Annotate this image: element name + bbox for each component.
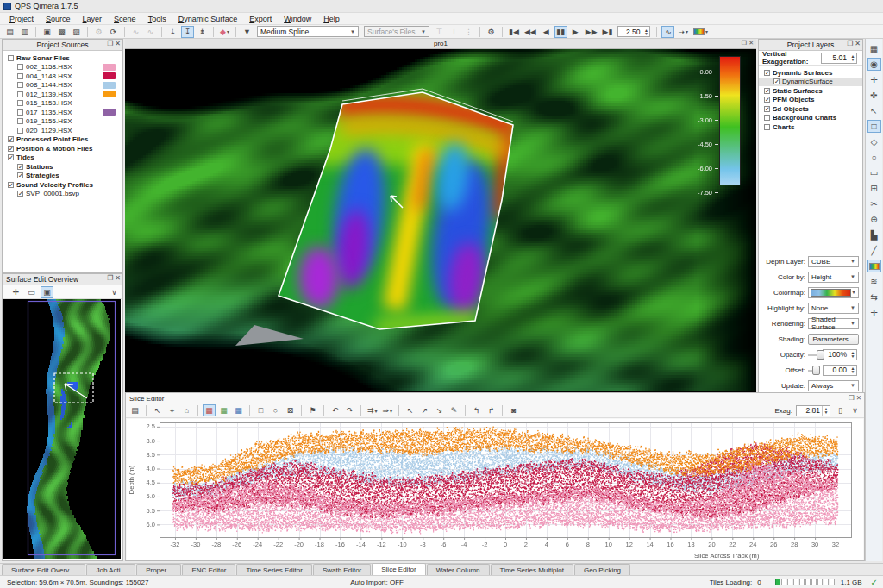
vertical-exaggeration-spinner[interactable]: 5.01 ▲▼ [821, 53, 857, 64]
export-view-icon[interactable]: ⊞ [867, 182, 881, 195]
surface-files-combo[interactable]: Surface's Files▼ [364, 26, 429, 37]
menu-project[interactable]: Project [3, 14, 40, 24]
redo-icon[interactable]: ↷ [343, 404, 356, 416]
swap-view-icon[interactable]: ⇆ [867, 291, 881, 303]
rendering-combo[interactable]: Shaded Surface▼ [808, 318, 859, 329]
checkbox[interactable] [8, 55, 14, 61]
step-back-icon[interactable]: ◀ [540, 26, 553, 38]
layers-stack-icon[interactable]: ≋ [867, 275, 881, 288]
pause-icon[interactable]: ▮▮ [554, 26, 567, 38]
tree-item-pfm-objects[interactable]: ✓PFM Objects [759, 96, 862, 105]
menu-export[interactable]: Export [243, 14, 278, 24]
save-all-icon[interactable]: ▥ [18, 26, 31, 38]
float-panel-icon[interactable]: ❐ [107, 40, 113, 47]
slice-select-lasso-icon[interactable]: ○ [269, 404, 282, 416]
opacity-spinner[interactable]: 100%▲▼ [823, 349, 857, 360]
scene-tab-pro1[interactable]: pro1 [434, 40, 448, 47]
tree-item-position-motion-files[interactable]: ✓Position & Motion Files [3, 144, 122, 153]
annotate-icon[interactable]: ✎ [448, 404, 460, 416]
slice-grid-green-icon[interactable]: ▦ [217, 404, 230, 416]
float-panel-icon[interactable]: ❐ [107, 274, 113, 282]
chevron-down-icon[interactable]: ∨ [849, 404, 861, 416]
tab-time-series-multiplot[interactable]: Time Series Multiplot [491, 564, 573, 575]
checkbox[interactable]: ✓ [764, 97, 770, 103]
colormap-rail-icon[interactable] [867, 260, 881, 272]
rotate-left-icon[interactable]: ↰ [470, 404, 483, 416]
checkbox[interactable]: ✓ [8, 182, 14, 188]
filter-profile-icon[interactable]: ▼ [241, 26, 254, 38]
import-file-icon[interactable]: ▨ [70, 26, 83, 38]
checkbox[interactable]: ✓ [17, 172, 23, 178]
close-panel-icon[interactable]: ✕ [115, 40, 121, 47]
slice-home-icon[interactable]: ⌂ [180, 404, 193, 416]
move-3d-icon[interactable]: ✛ [867, 306, 881, 319]
tree-item-tides[interactable]: ✓Tides [3, 153, 122, 163]
slice-zoom-icon[interactable]: ⌖ [166, 404, 178, 416]
float-panel-icon[interactable]: ❐ [847, 40, 853, 47]
checkbox[interactable] [17, 91, 23, 97]
select-polygon-icon[interactable]: ◇ [867, 135, 881, 148]
layer-up-icon[interactable]: ⊤ [433, 26, 446, 38]
menu-tools[interactable]: Tools [142, 14, 172, 24]
point-pick-icon[interactable]: ⇢▾ [676, 26, 690, 38]
accept-soundings-icon[interactable]: ⇉▾ [366, 404, 379, 416]
tree-item-015-1153-hsx[interactable]: 015_1153.HSX [3, 99, 122, 109]
slice-save-icon[interactable]: ▤ [128, 404, 141, 416]
undo-icon[interactable]: ↶ [329, 404, 341, 416]
zoom-extents-icon[interactable]: ✛ [867, 73, 881, 86]
checkbox[interactable]: ✓ [17, 164, 23, 170]
menu-source[interactable]: Source [40, 14, 77, 24]
close-panel-icon[interactable]: ✕ [748, 40, 754, 47]
add-raw-sonar-files-icon[interactable]: ▣ [41, 26, 53, 38]
tree-item-svp-00001-bsvp[interactable]: ✓SVP_00001.bsvp [3, 190, 122, 199]
filter-points-a-icon[interactable]: ∿ [129, 26, 142, 38]
select-rectangle-icon[interactable]: □ [867, 120, 881, 133]
offset-slider[interactable] [808, 365, 818, 376]
offset-spinner[interactable]: 0.00▲▼ [823, 365, 857, 376]
tree-item-002-1158-hsx[interactable]: 002_1158.HSX [3, 63, 122, 72]
checkbox[interactable] [17, 73, 23, 79]
tree-item-008-1144-hsx[interactable]: 008_1144.HSX [3, 81, 122, 91]
surface-tool-icon[interactable]: ◆▾ [218, 26, 231, 38]
skip-start-icon[interactable]: ▮◀ [507, 26, 521, 38]
opacity-slider[interactable] [808, 349, 818, 360]
tree-item-sd-objects[interactable]: ✓Sd Objects [759, 104, 862, 114]
color-by-combo[interactable]: Height▼ [808, 272, 859, 283]
checkbox[interactable]: ✓ [8, 136, 14, 142]
checkbox[interactable] [17, 109, 23, 116]
menu-window[interactable]: Window [278, 14, 317, 24]
fast-forward-icon[interactable]: ▶▶ [584, 26, 599, 38]
scene-3d-viewport[interactable] [125, 49, 756, 391]
chevron-down-icon[interactable]: ∨ [108, 286, 121, 298]
checkbox[interactable]: ✓ [8, 146, 14, 152]
tab-geo-picking[interactable]: Geo Picking [574, 564, 630, 575]
select-area-overview-icon[interactable]: ▣ [41, 286, 53, 298]
layer-down-icon[interactable]: ⊥ [448, 26, 460, 38]
tree-item-static-surfaces[interactable]: ✓Static Surfaces [759, 86, 862, 96]
slice-page-icon[interactable]: ▯ [834, 404, 847, 416]
spline-combo[interactable]: Medium Spline▼ [257, 26, 359, 37]
highlight-by-combo[interactable]: None▼ [808, 303, 859, 314]
tree-item-012-1139-hsx[interactable]: 012_1139.HSX [3, 90, 122, 99]
tree-item-stations[interactable]: ✓Stations [3, 162, 122, 172]
select-rect-overview-icon[interactable]: ▭ [25, 286, 38, 298]
tab-swath-editor[interactable]: Swath Editor [313, 564, 371, 575]
slice-select-rect-icon[interactable]: □ [254, 404, 267, 416]
slice-grid-blue-icon[interactable]: ▦ [232, 404, 245, 416]
colormap-combo[interactable]: ▼ [808, 287, 859, 298]
pointer-icon[interactable]: ↖ [867, 104, 881, 117]
tree-item-dynamicsurface[interactable]: ✓DynamicSurface [759, 78, 862, 87]
tab-surface-edit-overv-[interactable]: Surface Edit Overv.... [2, 564, 85, 575]
tree-item-strategies[interactable]: ✓Strategies [3, 172, 122, 181]
tree-item-019-1155-hsx[interactable]: 019_1155.HSX [3, 117, 122, 127]
checkbox[interactable]: ✓ [764, 106, 770, 112]
checkbox[interactable]: ✓ [764, 70, 770, 76]
checkbox[interactable]: ✓ [773, 78, 780, 84]
overview-viewport[interactable] [3, 299, 121, 559]
depth-layer-combo[interactable]: CUBE▼ [808, 256, 859, 267]
globe-icon[interactable]: ⊕ [867, 213, 881, 226]
close-panel-icon[interactable]: ✕ [855, 40, 861, 47]
sounding-select-icon[interactable]: ⇣ [166, 26, 179, 38]
pan-overview-icon[interactable]: ✛ [9, 286, 22, 298]
tree-item-processed-point-files[interactable]: ✓Processed Point Files [3, 135, 122, 145]
